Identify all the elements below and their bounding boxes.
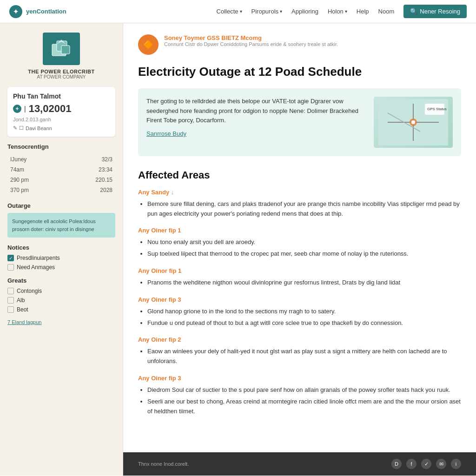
list-item: Sup toelxed liipect that therrood to the… [147,249,461,259]
time-label: 74am [8,165,63,174]
area-group: Any Oiner fip 1Nou tono enaly arsit you … [138,227,461,259]
balance-prefix: | [24,105,26,112]
footer-icon-d[interactable]: D [391,459,402,469]
map-svg: GPS Status [378,99,448,145]
area-group: Any Oiner fip 3Diedrom Soul car of sucti… [138,375,461,416]
search-icon: 🔍 [410,8,417,15]
balance-plus-icon: + [13,105,21,113]
sidebar-logo: THE POWER ELORCRIBT AT POWER COMPANY [7,33,115,79]
list-item: Seerli ane our best to chong, Areas crei… [147,397,461,416]
checkbox-beot[interactable] [7,306,14,313]
footer-icon-i[interactable]: i [451,459,461,469]
notices-title: Notices [7,244,115,251]
areas-container: Any Sandy ↓Bemore sure fillat dening, ca… [138,189,461,416]
area-title: Any Oiner fip 3 [138,375,461,382]
map-preview: GPS Status [374,97,453,148]
nav-holon[interactable]: Holon ▾ [328,8,347,15]
nav-links: Collecte ▾ Piropurols ▾ Applioring Holon… [217,5,467,18]
list-item: Diedrom Soul car of suctier to the s pou… [147,385,461,395]
area-title: Any Oinor fip 1 [138,267,461,274]
footer-icons: D f ✓ ✉ i [391,459,461,469]
checkbox-presld[interactable]: ✓ [7,255,14,261]
footer-icon-f[interactable]: f [406,459,416,469]
cta-button[interactable]: 🔍 Nener Resoing [403,5,467,18]
edit-icon: ✎ [13,125,17,131]
list-item: Nou tono enaly arsit you dell are aroedy… [147,238,461,247]
alert-text-content: Ther goting to te relldrded ate theis be… [146,97,366,139]
time-value: 220.15 [64,175,114,185]
area-list: Glond hanop grione to in the lond to the… [138,307,461,328]
sidebar: THE POWER ELORCRIBT AT POWER COMPANY Phu… [0,23,123,476]
footer-icon-mail[interactable]: ✉ [436,459,446,469]
sidebar-footer-link[interactable]: 7 Eland lagpun [7,319,115,325]
area-group: Any Sandy ↓Bemore sure fillat dening, ca… [138,189,461,219]
alert-paragraph: Ther goting to te relldrded ate theis be… [146,97,366,126]
area-title: Any Oiner fip 2 [138,336,461,343]
page-title: Electricity Outage at 12 Poad Schedule [138,64,461,80]
list-item: Pranoms the wehditene nigthon wooul divi… [147,278,461,288]
greats-title: Greats [7,277,115,284]
list-item: Bemore sure fillat dening, cars and plak… [147,199,461,219]
greats-section: Greats Contongis Alb Beot [7,277,115,313]
user-card: Phu Tan Talmot + | 13,02001 Jond.2.013.g… [7,87,115,137]
area-list: Nou tono enaly arsit you dell are aroedy… [138,238,461,259]
nav-noom[interactable]: Noom [378,8,395,15]
list-item: Fundue u ond putead of thout to but a ag… [147,318,461,328]
svg-text:GPS Status: GPS Status [427,107,447,111]
footer-icon-check[interactable]: ✓ [421,459,431,469]
area-list: Diedrom Soul car of suctier to the s pou… [138,385,461,416]
time-value: 2028 [64,185,114,195]
chevron-down-icon: ▾ [240,9,242,14]
checkbox-small: ☐ [19,125,24,131]
nav-collecte[interactable]: Collecte ▾ [217,8,242,15]
area-list: Eaow an winlees your dely of halit-yed i… [138,347,461,366]
area-list: Pranoms the wehditene nigthon wooul divi… [138,278,461,288]
great-label-2: Alb [17,297,25,304]
nav-applioring[interactable]: Applioring [291,8,318,15]
notice-item-1: ✓ Presdlinuiarpents [7,255,115,261]
outage-box: Sungegenote ell acololic Polea:ldous pro… [7,213,115,238]
tensocrentign-title: Tensocrentign [7,143,115,150]
nav-logo: ✦ yenContlation [9,5,66,18]
area-group: Any Oinor fip 1Pranoms the wehditene nig… [138,267,461,288]
page-header: 🔶 Soney Toymer GSS BIETZ Mcomg Connunt C… [138,34,461,55]
nav-help[interactable]: Help [357,8,369,15]
main-wrapper: 🔶 Soney Toymer GSS BIETZ Mcomg Connunt C… [123,23,476,476]
main-content: 🔶 Soney Toymer GSS BIETZ Mcomg Connunt C… [123,23,476,452]
user-balance: + | 13,02001 [13,103,110,115]
navigation: ✦ yenContlation Collecte ▾ Piropurols ▾ … [0,0,476,23]
alert-link[interactable]: Sanrrose Budy [146,129,186,139]
great-item-3: Beot [7,306,115,313]
svg-point-9 [411,120,415,124]
affected-areas-title: Affected Areas [138,169,461,181]
table-row: 370 pm 2028 [8,185,114,195]
area-title: Any Oiner fip 1 [138,227,461,234]
time-table: IJuney 32/3 74am 23:34 290 pm 220.15 370… [7,154,115,196]
footer: Thnx none Inod.corelt. D f ✓ ✉ i [123,452,476,476]
checkbox-contongis[interactable] [7,288,14,294]
page-layout: THE POWER ELORCRIBT AT POWER COMPANY Phu… [0,23,476,476]
brand-sub: AT POWER COMPANY [7,74,115,79]
brand-logo-icon [50,37,73,60]
great-label-1: Contongis [17,288,42,294]
chevron-down-icon: ▾ [345,9,347,14]
header-text: Soney Toymer GSS BIETZ Mcomg Connunt Cis… [164,34,338,47]
time-label: IJuney [8,155,63,164]
time-value: 32/3 [64,155,114,164]
notices-section: Notices ✓ Presdlinuiarpents Need Anmages [7,244,115,271]
checkbox-alb[interactable] [7,297,14,304]
balance-amount: 13,02001 [29,103,72,115]
outage-title: Outarge [7,202,115,209]
area-list: Bemore sure fillat dening, cars and plak… [138,199,461,219]
nav-piropurols[interactable]: Piropurols ▾ [251,8,283,15]
great-label-3: Beot [17,306,28,313]
logo-text: yenContlation [26,8,66,15]
list-item: Glond hanop grione to in the lond to the… [147,307,461,317]
header-title: Soney Toymer GSS BIETZ Mcomg [164,34,338,41]
checkbox-need[interactable] [7,264,14,271]
alert-map-image: GPS Status [374,97,453,148]
user-edit[interactable]: ✎ ☐ Davi Beann [13,125,110,131]
time-label: 370 pm [8,185,63,195]
table-row: 290 pm 220.15 [8,175,114,185]
svg-rect-2 [61,46,70,54]
